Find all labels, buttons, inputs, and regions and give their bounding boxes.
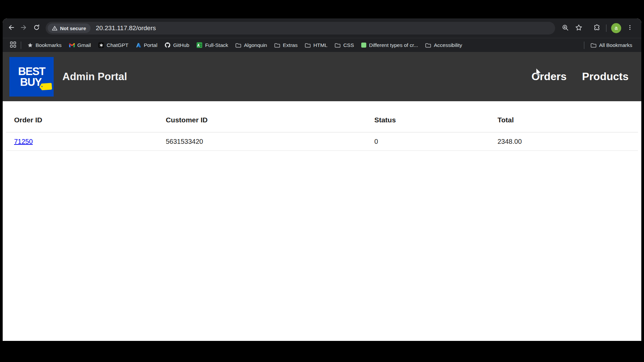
folder-icon <box>305 43 311 48</box>
bookmark-folder-html[interactable]: HTML <box>301 40 331 50</box>
profile-avatar[interactable]: a <box>611 23 621 33</box>
apps-grid-button[interactable] <box>8 39 18 52</box>
bookmarks-separator-right <box>584 42 584 49</box>
bookmark-label: GitHub <box>173 42 189 48</box>
bookmark-item-github[interactable]: GitHub <box>161 40 193 50</box>
bookmark-folder-extras[interactable]: Extras <box>271 40 301 50</box>
gmail-icon <box>69 43 75 47</box>
column-header-status: Status <box>366 116 489 132</box>
site-nav: Orders Products <box>531 70 629 83</box>
order-id-link[interactable]: 71250 <box>14 138 33 145</box>
puzzle-icon <box>593 24 600 33</box>
star-outline-icon <box>575 24 582 33</box>
folder-icon <box>235 43 241 48</box>
orders-table: Order ID Customer ID Status Total 71250 … <box>6 116 638 151</box>
green-square-icon <box>361 43 366 48</box>
total-cell: 2348.00 <box>489 132 638 151</box>
site-header: BEST BUY. Admin Portal Orders Products <box>3 52 641 101</box>
nav-link-products[interactable]: Products <box>582 70 629 83</box>
forward-button[interactable] <box>17 22 30 35</box>
zoom-button[interactable] <box>558 22 572 35</box>
folder-icon <box>591 43 596 48</box>
avatar-letter: a <box>615 25 618 31</box>
bookmark-label: Algonquin <box>244 42 267 48</box>
browser-toolbar: Not secure 20.231.117.82/orders a <box>3 18 641 38</box>
bookmark-label: Accessibility <box>434 42 462 48</box>
magnifier-plus-icon <box>562 24 569 33</box>
refresh-icon <box>33 24 40 32</box>
table-row: 71250 5631533420 0 2348.00 <box>6 132 638 151</box>
table-header-row: Order ID Customer ID Status Total <box>6 116 638 132</box>
kebab-menu-icon <box>627 24 633 32</box>
browser-window: Not secure 20.231.117.82/orders a <box>3 18 641 341</box>
bookmark-label: HTML <box>313 42 327 48</box>
column-header-order-id: Order ID <box>6 116 158 132</box>
bookmark-folder-accessibility[interactable]: Accessibility <box>422 40 466 50</box>
github-icon <box>165 42 170 48</box>
column-header-total: Total <box>489 116 638 132</box>
bookmark-label: CSS <box>343 42 354 48</box>
apps-grid-icon <box>10 42 16 49</box>
bookmark-label: Bookmarks <box>36 42 62 48</box>
bookmark-folder-css[interactable]: CSS <box>331 40 358 50</box>
bookmark-label: Gmail <box>77 42 91 48</box>
folder-icon <box>274 43 280 48</box>
back-button[interactable] <box>5 22 17 35</box>
forward-icon <box>20 24 27 32</box>
azure-icon <box>136 43 141 48</box>
browser-menu-button[interactable] <box>623 22 637 35</box>
bestbuy-logo[interactable]: BEST BUY. <box>9 57 54 97</box>
bookmark-item-chatgpt[interactable]: ChatGPT <box>95 40 132 50</box>
chatgpt-icon <box>98 42 104 48</box>
bookmark-label: Portal <box>144 42 158 48</box>
page-title: Admin Portal <box>62 71 127 83</box>
folder-icon <box>425 43 431 48</box>
bookmark-item-bookmarks[interactable]: Bookmarks <box>24 40 65 50</box>
bookmark-item-different-types[interactable]: Different types of cr... <box>358 40 422 50</box>
bookmarks-separator-left <box>21 42 21 49</box>
mouse-cursor <box>535 68 542 78</box>
bookmarks-bar: Bookmarks Gmail ChatGPT Portal GitHub <box>3 38 641 52</box>
bookmark-item-gmail[interactable]: Gmail <box>65 40 95 50</box>
price-tag-icon <box>39 83 52 92</box>
toolbar-separator <box>606 24 606 32</box>
column-header-customer-id: Customer ID <box>158 116 366 132</box>
security-chip[interactable]: Not secure <box>48 23 91 33</box>
folder-icon <box>335 43 340 48</box>
bookmark-label: ChatGPT <box>107 42 128 48</box>
status-cell: 0 <box>366 132 489 151</box>
back-icon <box>8 24 14 32</box>
url-text[interactable]: 20.231.117.82/orders <box>96 24 156 32</box>
address-bar[interactable]: Not secure 20.231.117.82/orders <box>46 22 555 35</box>
warning-icon <box>52 26 57 31</box>
customer-id-cell: 5631533420 <box>158 132 366 151</box>
security-label: Not secure <box>60 25 86 31</box>
bookmark-page-button[interactable] <box>572 22 585 35</box>
bookmark-label: Different types of cr... <box>369 42 418 48</box>
star-icon <box>28 43 33 48</box>
fullstack-icon: AC <box>197 42 202 48</box>
extensions-button[interactable] <box>590 22 603 35</box>
bookmark-folder-algonquin[interactable]: Algonquin <box>232 40 271 50</box>
bookmark-label: Extras <box>283 42 298 48</box>
orders-page-content: Order ID Customer ID Status Total 71250 … <box>3 101 641 341</box>
refresh-button[interactable] <box>30 22 43 35</box>
all-bookmarks-label: All Bookmarks <box>599 42 632 48</box>
bookmark-item-fullstack[interactable]: AC Full-Stack <box>193 40 232 50</box>
all-bookmarks-button[interactable]: All Bookmarks <box>587 40 636 50</box>
bookmark-label: Full-Stack <box>205 42 228 48</box>
bookmark-item-portal[interactable]: Portal <box>132 40 161 50</box>
